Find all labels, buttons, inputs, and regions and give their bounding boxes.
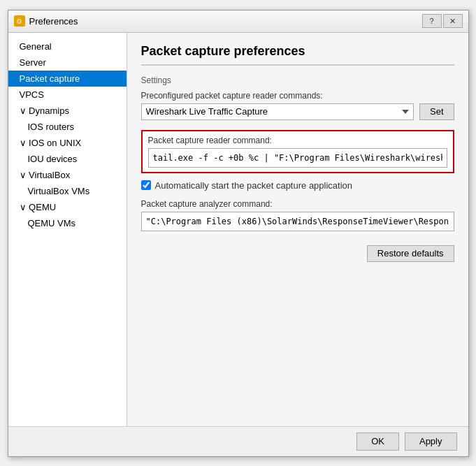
sidebar-item-server[interactable]: Server [8,54,127,71]
sidebar-item-virtualbox[interactable]: ∨ VirtualBox [8,167,127,183]
title-bar-left: ⚙ Preferences [14,15,78,27]
footer: OK Apply [8,426,468,456]
sidebar-item-iou-devices[interactable]: IOU devices [8,151,127,167]
sidebar-item-qemu[interactable]: ∨ QEMU [8,199,127,215]
sidebar-item-dynamips[interactable]: ∨ Dynamips [8,103,127,119]
set-button[interactable]: Set [419,103,454,120]
sidebar-item-vpcs[interactable]: VPCS [8,87,127,103]
sidebar-item-qemu-vms[interactable]: QEMU VMs [8,215,127,231]
title-bar: ⚙ Preferences ? ✕ [8,10,468,33]
reader-command-label: Packet capture reader command: [148,136,447,145]
sidebar-item-ios-routers[interactable]: IOS routers [8,119,127,135]
sidebar-item-virtualbox-vms[interactable]: VirtualBox VMs [8,183,127,199]
settings-label: Settings [141,75,454,85]
title-bar-controls: ? ✕ [422,14,463,28]
command-box: Packet capture reader command: [141,130,454,173]
main-panel: Packet capture preferences Settings Prec… [127,33,468,426]
sidebar-item-general[interactable]: General [8,38,127,54]
analyzer-label: Packet capture analyzer command: [141,199,454,209]
auto-start-checkbox[interactable] [141,180,151,190]
ok-button[interactable]: OK [356,432,399,451]
reader-command-input[interactable] [148,148,447,168]
preconfigured-label: Preconfigured packet capture reader comm… [141,91,454,101]
restore-row: Restore defaults [141,245,454,262]
dropdown-row: Wireshark Live Traffic Capture Set [141,103,454,120]
preconfigured-select[interactable]: Wireshark Live Traffic Capture [141,103,414,120]
sidebar: GeneralServerPacket captureVPCS∨ Dynamip… [8,33,127,426]
close-button[interactable]: ✕ [443,14,463,28]
analyzer-section: Packet capture analyzer command: [141,199,454,231]
panel-title: Packet capture preferences [141,44,454,66]
help-button[interactable]: ? [422,14,442,28]
checkbox-row: Automatically start the packet capture a… [141,180,454,191]
app-icon: ⚙ [14,15,25,27]
checkbox-label: Automatically start the packet capture a… [155,180,353,191]
sidebar-item-packet-capture[interactable]: Packet capture [8,71,127,87]
apply-button[interactable]: Apply [405,432,457,451]
restore-defaults-button[interactable]: Restore defaults [367,245,454,262]
window-title: Preferences [29,16,78,27]
main-content: GeneralServerPacket captureVPCS∨ Dynamip… [8,33,468,426]
preferences-window: ⚙ Preferences ? ✕ GeneralServerPacket ca… [8,10,469,457]
sidebar-item-ios-on-unix[interactable]: ∨ IOS on UNIX [8,135,127,151]
analyzer-input[interactable] [141,212,454,231]
